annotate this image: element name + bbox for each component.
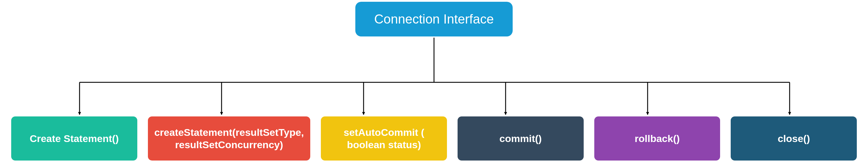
child-commit: commit()	[458, 116, 584, 161]
children-row: Create Statement() createStatement(resul…	[0, 116, 868, 161]
child-close: close()	[731, 116, 857, 161]
child-set-auto-commit: setAutoCommit ( boolean status)	[321, 116, 447, 161]
child-create-statement-params: createStatement(resultSetType, resultSet…	[148, 116, 311, 161]
child-label: setAutoCommit ( boolean status)	[327, 126, 440, 151]
child-label: Create Statement()	[30, 132, 119, 145]
root-label: Connection Interface	[374, 12, 494, 26]
child-create-statement: Create Statement()	[11, 116, 137, 161]
child-label: commit()	[499, 132, 542, 145]
child-rollback: rollback()	[594, 116, 720, 161]
root-node: Connection Interface	[355, 2, 513, 36]
child-label: rollback()	[634, 132, 680, 145]
child-label: createStatement(resultSetType, resultSet…	[154, 126, 304, 151]
child-label: close()	[778, 132, 810, 145]
